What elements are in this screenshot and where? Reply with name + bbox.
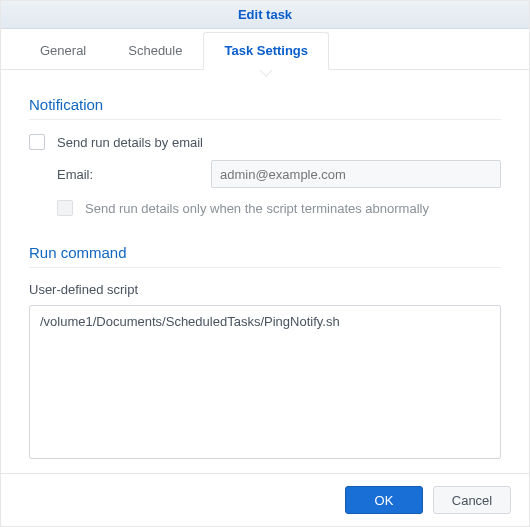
label-user-script: User-defined script bbox=[29, 282, 501, 297]
checkbox-send-details-label: Send run details by email bbox=[57, 135, 203, 150]
dialog-footer: OK Cancel bbox=[1, 473, 529, 526]
checkbox-only-abnormal[interactable] bbox=[57, 200, 73, 216]
dialog-title-text: Edit task bbox=[238, 7, 292, 22]
label-email: Email: bbox=[57, 167, 211, 182]
textarea-user-script[interactable] bbox=[29, 305, 501, 459]
tab-bar: General Schedule Task Settings bbox=[1, 29, 529, 70]
tab-general[interactable]: General bbox=[19, 32, 107, 69]
tab-label: Task Settings bbox=[224, 43, 308, 58]
input-email[interactable] bbox=[211, 160, 501, 188]
cancel-button[interactable]: Cancel bbox=[433, 486, 511, 514]
tab-label: General bbox=[40, 43, 86, 58]
dialog-body: Notification Send run details by email E… bbox=[1, 70, 529, 473]
button-label: OK bbox=[375, 493, 394, 508]
tab-task-settings[interactable]: Task Settings bbox=[203, 32, 329, 70]
ok-button[interactable]: OK bbox=[345, 486, 423, 514]
section-heading-notification: Notification bbox=[29, 96, 501, 113]
row-send-details: Send run details by email bbox=[29, 134, 501, 150]
row-only-abnormal: Send run details only when the script te… bbox=[57, 200, 501, 216]
tab-schedule[interactable]: Schedule bbox=[107, 32, 203, 69]
tab-label: Schedule bbox=[128, 43, 182, 58]
divider bbox=[29, 267, 501, 268]
checkbox-send-details[interactable] bbox=[29, 134, 45, 150]
checkbox-only-abnormal-label: Send run details only when the script te… bbox=[85, 201, 429, 216]
edit-task-dialog: Edit task General Schedule Task Settings… bbox=[0, 0, 530, 527]
divider bbox=[29, 119, 501, 120]
row-email: Email: bbox=[57, 160, 501, 188]
button-label: Cancel bbox=[452, 493, 492, 508]
dialog-title: Edit task bbox=[1, 1, 529, 29]
section-heading-run-command: Run command bbox=[29, 244, 501, 261]
